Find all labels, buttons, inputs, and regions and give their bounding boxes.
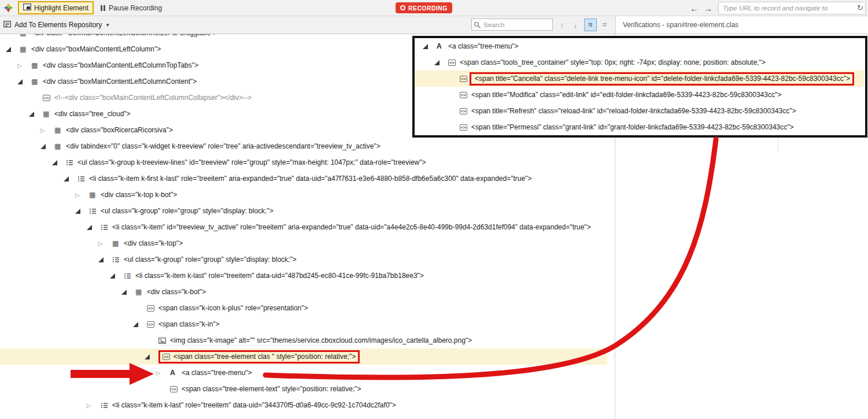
popup-tree-row[interactable]: <><span class="tools_tree_container" sty… [415,54,864,71]
dom-tree-row[interactable]: ▷▦<div class="k-top k-bot"> [0,187,607,203]
expander-open-icon[interactable] [422,44,437,49]
url-input[interactable] [718,2,866,14]
dom-node-text: <ul class="k-group" role="group" style="… [101,207,274,215]
dom-tree-row[interactable]: <><span class="k-in"> [0,316,607,332]
popup-tree-row[interactable]: A<a class="tree-menu"> [415,38,864,54]
search-input[interactable] [471,18,553,31]
main-toolbar: Highlight Element Pause Recording RECORD… [0,0,868,16]
dom-node-text: <ul class="k-group" role="group" style="… [124,255,297,264]
expander-open-icon[interactable] [109,273,124,279]
div-icon: ▦ [20,46,29,53]
expander-open-icon[interactable] [51,160,66,165]
highlight-element-button[interactable]: Highlight Element [18,1,94,14]
recording-badge: RECORDING [396,2,452,13]
steps-view-toggle-button[interactable] [599,18,611,31]
add-to-repository-label: Add To Elements Repository [14,21,102,29]
expander-collapsed-icon[interactable]: ▷ [39,127,54,134]
image-icon [158,337,168,344]
expander-open-icon[interactable] [16,79,31,84]
list-icon [77,175,87,183]
dom-tree-row[interactable]: ▷<li class="k-item k-last" role="treeite… [0,397,607,413]
dom-tree-row[interactable]: <li class="k-item" id="treeview_tv_activ… [0,219,607,235]
list-icon [124,272,134,280]
expander-open-icon[interactable] [28,112,43,117]
dom-tree-row[interactable]: ▷A<a class="tree-menu"> [0,365,607,381]
dom-view-toggle-button[interactable] [584,18,597,31]
app-logo-icon [3,3,13,13]
dom-tree-row[interactable]: <img class="k-image" alt="" src="themes/… [0,332,607,348]
expander-collapsed-icon[interactable]: ▷ [16,62,31,69]
forward-button[interactable]: → [704,3,712,13]
dom-node-text: <span class="tree-element clas " style="… [173,353,356,361]
dom-tree-row[interactable]: <><span class="k-icon k-plus" role="pres… [0,300,607,316]
expander-open-icon[interactable] [143,354,158,359]
move-down-button[interactable]: ↓ [570,18,581,31]
recorder-window: Highlight Element Pause Recording RECORD… [0,0,868,419]
dom-node-text: <span title="Refresh" class="reload-link… [471,107,796,115]
expander-open-icon[interactable] [97,257,112,262]
expander-open-icon[interactable] [86,225,101,230]
dom-node-text: <span title="Permessi" class="grant-link… [471,123,794,131]
span-tag-icon: <> [147,305,157,312]
div-icon: ▦ [135,288,145,295]
dom-node-text: <div class="boxRicercaRicorsiva"> [66,126,173,134]
dom-tree-row[interactable]: ▷▦<div class="k-top"> [0,235,607,251]
pause-recording-button[interactable]: Pause Recording [101,4,162,12]
dom-node-text: <!--<div class="boxMainContentLeftColumn… [54,94,252,102]
expander-open-icon[interactable] [74,209,89,214]
div-icon: ▦ [54,143,64,150]
popup-tree-row[interactable]: <><span title="Permessi" class="grant-li… [415,119,864,135]
popup-tree-row[interactable]: <><span title="Modifica" class="edit-lin… [415,87,864,103]
dom-tree-row[interactable]: <ul class="k-group" role="group" style="… [0,251,607,268]
dom-tree-row[interactable]: <li class="k-item k-last" role="treeitem… [0,268,607,284]
expander-open-icon[interactable] [62,176,77,181]
expander-collapsed-icon[interactable]: ▷ [86,402,101,409]
dom-node-text: <span class="k-in"> [158,320,220,328]
expander-collapsed-icon[interactable]: ▷ [155,370,170,376]
anchor-icon: A [437,42,446,50]
dom-tree-row[interactable]: ▦<div class="k-bot"> [0,284,607,300]
chevron-down-icon: ▼ [105,23,110,28]
span-tag-icon: <> [460,76,470,82]
move-up-button[interactable]: ↑ [556,18,568,31]
expander-collapsed-icon[interactable]: ▷ [74,192,89,198]
popup-tree-row[interactable]: <><span title="Refresh" class="reload-li… [415,103,864,119]
expander-open-icon[interactable] [120,290,135,295]
expander-open-icon[interactable] [5,47,20,52]
record-circle-icon [400,5,405,10]
verifications-panel-header: Verifications - span#tree-element.clas [615,16,868,34]
dom-tree-row[interactable]: <li class="k-item k-first k-last" role="… [0,170,607,187]
expander-open-icon[interactable] [132,322,147,327]
span-tag-icon: <> [170,386,180,392]
secondary-toolbar: Add To Elements Repository ▼ ↑ ↓ [0,16,615,34]
expander-open-icon[interactable] [39,144,54,149]
div-icon: ▦ [31,62,41,69]
dom-tree-row[interactable]: <ul class="k-group" role="group" style="… [0,203,607,219]
dom-tree-row[interactable]: ▦<div tabindex="0" class="k-widget k-tre… [0,138,607,154]
dom-node-text: <a class="tree-menu"> [448,42,519,50]
dom-tree-row[interactable]: <ul class="k-group k-treeview-lines" id=… [0,154,607,170]
refresh-icon[interactable]: ↻ [857,3,863,12]
dom-node-text: <div class="k-top k-bot"> [101,191,177,199]
steps-view-icon [603,21,607,29]
dom-node-text: <span class="tools_tree_container" style… [460,58,766,66]
add-to-repository-button[interactable]: Add To Elements Repository ▼ [3,16,110,34]
div-icon: ▦ [20,34,29,36]
expander-collapsed-icon[interactable]: ▷ [97,240,112,247]
highlight-element-label: Highlight Element [34,4,88,12]
span-tag-icon: <> [460,92,470,98]
back-button[interactable]: ← [690,3,699,13]
list-icon [101,224,110,231]
highlight-element-icon [23,3,31,12]
span-tag-icon: <> [460,108,470,114]
div-icon: ▦ [89,191,99,198]
annotation-red-box: <span title="Cancella" class="delete-lin… [470,72,854,86]
dom-node-text: <li class="k-item" id="treeview_tv_activ… [112,223,591,231]
dom-tree-row[interactable]: ▦ [0,413,607,419]
dom-tree-row[interactable]: <><span class="tree-element-text" style=… [0,381,607,397]
expander-open-icon[interactable] [433,60,448,65]
list-icon [89,207,99,215]
popup-tree-row[interactable]: <><span title="Cancella" class="delete-l… [415,71,864,87]
dom-tree-row[interactable]: <><span class="tree-element clas " style… [0,348,607,365]
search-icon [474,21,481,31]
